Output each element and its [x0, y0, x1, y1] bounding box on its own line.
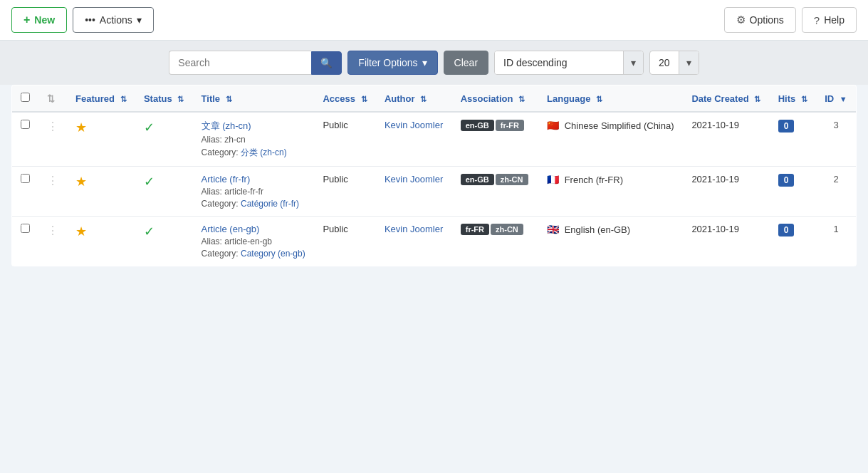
row-author: Kevin Joomler	[376, 217, 452, 266]
hits-sort-icon: ⇅	[801, 95, 807, 103]
row-checkbox-cell	[12, 217, 39, 266]
category-link[interactable]: Category (en-gb)	[241, 249, 305, 259]
page-size-chevron-icon[interactable]: ▾	[679, 51, 699, 74]
actions-chevron-icon: ▾	[137, 14, 142, 26]
search-input[interactable]	[169, 51, 311, 75]
page-size-wrap: 20 ▾	[649, 51, 699, 75]
row-status[interactable]: ✓	[135, 217, 193, 266]
association-badge[interactable]: zh-CN	[491, 224, 523, 235]
category-link[interactable]: 分类 (zh-cn)	[241, 147, 287, 157]
date-created-value: 2021-10-19	[691, 120, 739, 130]
date-sort-icon: ⇅	[754, 95, 760, 103]
header-access[interactable]: Access ⇅	[314, 85, 376, 113]
association-badge[interactable]: en-GB	[461, 174, 494, 185]
header-date-created[interactable]: Date Created ⇅	[683, 85, 769, 113]
title-link[interactable]: 文章 (zh-cn)	[202, 120, 251, 131]
association-badge[interactable]: fr-FR	[461, 224, 489, 235]
drag-handle-icon[interactable]: ⋮	[47, 120, 58, 132]
row-checkbox[interactable]	[21, 224, 30, 233]
header-association[interactable]: Association ⇅	[452, 85, 538, 113]
row-language: 🇫🇷 French (fr-FR)	[538, 167, 683, 217]
table-container: ⇅ Featured ⇅ Status ⇅ Title ⇅ Access ⇅	[0, 85, 868, 278]
drag-handle-icon[interactable]: ⋮	[47, 224, 58, 236]
language-value: English (en-GB)	[565, 224, 630, 235]
author-sort-icon: ⇅	[420, 95, 427, 103]
row-access: Public	[314, 217, 376, 266]
page-size-value: 20	[650, 51, 679, 74]
actions-button[interactable]: ••• Actions ▾	[73, 7, 154, 33]
title-category: Category: Catégorie (fr-fr)	[202, 199, 306, 209]
header-id-label: ID	[825, 93, 834, 104]
articles-table: ⇅ Featured ⇅ Status ⇅ Title ⇅ Access ⇅	[11, 85, 857, 266]
row-checkbox-cell	[12, 112, 39, 167]
header-title[interactable]: Title ⇅	[193, 85, 315, 113]
featured-star-icon: ★	[75, 175, 87, 189]
table-header-row: ⇅ Featured ⇅ Status ⇅ Title ⇅ Access ⇅	[12, 85, 857, 113]
author-link[interactable]: Kevin Joomler	[385, 224, 443, 234]
row-checkbox-cell	[12, 167, 39, 217]
sort-chevron-icon[interactable]: ▾	[623, 51, 643, 74]
sort-select[interactable]: ID descending ID ascending Title ascendi…	[495, 51, 623, 74]
date-created-value: 2021-10-19	[691, 224, 739, 234]
access-sort-icon: ⇅	[361, 95, 367, 103]
row-title: 文章 (zh-cn) Alias: zh-cn Category: 分类 (zh…	[193, 112, 315, 167]
header-hits[interactable]: Hits ⇅	[770, 85, 816, 113]
row-featured[interactable]: ★	[67, 217, 135, 266]
featured-sort-icon: ⇅	[120, 95, 127, 103]
title-alias: Alias: zh-cn	[202, 135, 306, 145]
filter-options-button[interactable]: Filter Options ▾	[347, 51, 437, 75]
language-flag-icon: 🇫🇷	[547, 174, 559, 185]
top-bar: + New ••• Actions ▾ ⚙ Options ? Help	[0, 0, 868, 41]
row-author: Kevin Joomler	[376, 112, 452, 167]
row-status[interactable]: ✓	[135, 112, 193, 167]
association-badge[interactable]: zh-CN	[496, 174, 528, 185]
header-language[interactable]: Language ⇅	[538, 85, 683, 113]
header-featured[interactable]: Featured ⇅	[67, 85, 135, 113]
header-author[interactable]: Author ⇅	[376, 85, 452, 113]
help-button[interactable]: ? Help	[802, 7, 857, 33]
access-value: Public	[323, 120, 347, 130]
row-featured[interactable]: ★	[67, 167, 135, 217]
author-link[interactable]: Kevin Joomler	[385, 174, 443, 184]
select-all-checkbox[interactable]	[21, 93, 30, 102]
category-link[interactable]: Catégorie (fr-fr)	[241, 199, 299, 209]
options-label: Options	[750, 14, 784, 26]
association-sort-icon: ⇅	[518, 95, 525, 103]
row-status[interactable]: ✓	[135, 167, 193, 217]
row-checkbox[interactable]	[21, 174, 30, 183]
header-id[interactable]: ID ▼	[816, 85, 856, 113]
author-link[interactable]: Kevin Joomler	[385, 120, 443, 130]
sort-order-icon: ⇅	[47, 93, 55, 104]
row-date-created: 2021-10-19	[683, 217, 769, 266]
row-association: en-GBzh-CN	[452, 167, 538, 217]
clear-button[interactable]: Clear	[444, 51, 488, 75]
association-badge[interactable]: en-GB	[461, 120, 494, 131]
status-check-icon: ✓	[144, 120, 155, 135]
row-language: 🇨🇳 Chinese Simplified (China)	[538, 112, 683, 167]
options-button[interactable]: ⚙ Options	[724, 7, 796, 33]
language-value: Chinese Simplified (China)	[565, 120, 674, 131]
table-row: ⋮ ★ ✓ Article (en-gb) Alias: article-en-…	[12, 217, 857, 266]
filter-chevron-icon: ▾	[422, 57, 427, 68]
status-check-icon: ✓	[144, 175, 155, 189]
toolbar-area: 🔍 Filter Options ▾ Clear ID descending I…	[0, 41, 868, 85]
title-link[interactable]: Article (fr-fr)	[202, 174, 251, 184]
row-checkbox[interactable]	[21, 120, 30, 129]
featured-star-icon: ★	[75, 120, 87, 135]
search-button[interactable]: 🔍	[311, 51, 342, 75]
new-button[interactable]: + New	[11, 7, 67, 33]
association-badge[interactable]: fr-FR	[496, 120, 524, 131]
status-check-icon: ✓	[144, 224, 155, 239]
header-featured-label: Featured	[75, 93, 115, 104]
row-title: Article (fr-fr) Alias: article-fr-fr Cat…	[193, 167, 315, 217]
new-label: New	[34, 14, 55, 26]
header-status[interactable]: Status ⇅	[135, 85, 193, 113]
id-value: 3	[833, 120, 838, 130]
top-bar-left: + New ••• Actions ▾	[11, 7, 154, 33]
access-value: Public	[323, 174, 347, 184]
row-featured[interactable]: ★	[67, 112, 135, 167]
drag-handle-icon[interactable]: ⋮	[47, 175, 58, 187]
language-value: French (fr-FR)	[565, 175, 623, 185]
table-row: ⋮ ★ ✓ Article (fr-fr) Alias: article-fr-…	[12, 167, 857, 217]
title-link[interactable]: Article (en-gb)	[202, 224, 260, 234]
